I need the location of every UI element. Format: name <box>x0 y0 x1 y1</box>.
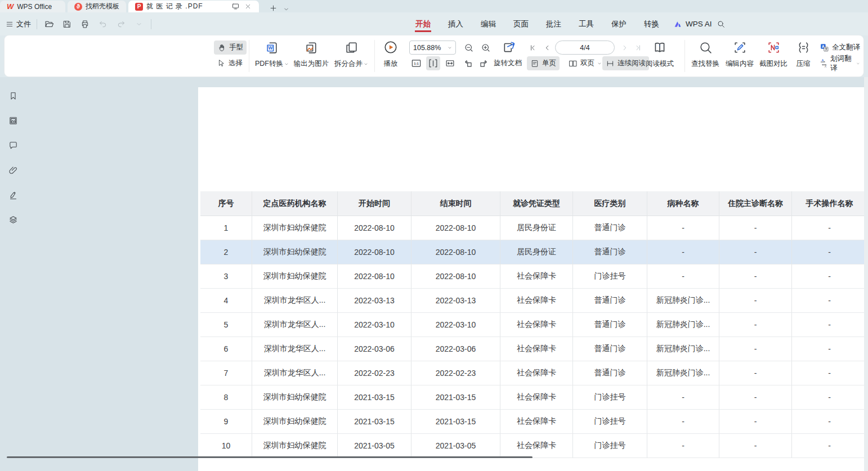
table-cell: 普通门诊 <box>573 313 647 337</box>
table-cell: 社会保障卡 <box>500 410 573 434</box>
open-file-button[interactable] <box>43 18 55 30</box>
close-tab-icon[interactable] <box>243 2 252 11</box>
table-cell: - <box>647 410 719 434</box>
fit-page-button[interactable] <box>443 56 457 70</box>
menu-edit[interactable]: 编辑 <box>480 14 496 34</box>
table-cell: 新冠肺炎门诊... <box>647 337 719 361</box>
hand-tool-button[interactable]: 手型 <box>214 41 247 55</box>
table-cell: - <box>647 385 719 410</box>
read-mode-button[interactable]: 阅读模式 <box>636 39 683 69</box>
table-cell: 深圳市妇幼保健院 <box>252 216 338 240</box>
table-cell: - <box>719 337 792 361</box>
table-cell: 9 <box>200 410 252 434</box>
menu-protect[interactable]: 保护 <box>611 14 627 34</box>
divider <box>37 19 37 29</box>
table-row: 2深圳市妇幼保健院2022-08-102022-08-10居民身份证普通门诊--… <box>200 240 865 264</box>
file-menu-button[interactable]: 文件 <box>6 19 31 29</box>
table-cell: - <box>647 434 719 458</box>
table-cell: - <box>719 361 792 385</box>
word-translate-button[interactable]: A文 划词翻译 <box>816 56 863 70</box>
vertical-scrollbar[interactable] <box>864 77 868 471</box>
first-page-button[interactable] <box>527 41 538 55</box>
pdf-page[interactable]: 序号定点医药机构名称开始时间结束时间就诊凭证类型医疗类别病种名称住院主诊断名称手… <box>198 87 865 471</box>
table-header-cell: 开始时间 <box>338 191 411 216</box>
undo-button[interactable] <box>97 18 109 30</box>
page-indicator-input[interactable]: 4/4 <box>555 41 615 55</box>
double-page-button[interactable]: 双页 <box>565 56 605 70</box>
horizontal-scrollbar[interactable] <box>7 456 533 458</box>
single-page-button[interactable]: 单页 <box>527 56 560 70</box>
table-cell: - <box>792 385 865 410</box>
left-sidebar <box>7 89 19 226</box>
rotate-left-icon <box>463 58 473 69</box>
present-to-screen-icon[interactable] <box>231 2 240 11</box>
table-cell: 2022-08-10 <box>338 264 411 289</box>
tab-docer-templates[interactable]: ϑ 找稻壳模板 <box>68 1 126 12</box>
tab-wps-office[interactable]: W WPS Office <box>0 1 65 12</box>
table-cell: 居民身份证 <box>500 240 573 264</box>
table-cell: 2021-03-05 <box>338 434 411 458</box>
table-row: 3深圳市妇幼保健院2022-08-102022-08-10社会保障卡门诊挂号--… <box>200 264 865 289</box>
zoom-out-button[interactable] <box>462 41 476 55</box>
save-button[interactable] <box>61 18 73 30</box>
medical-records-table: 序号定点医药机构名称开始时间结束时间就诊凭证类型医疗类别病种名称住院主诊断名称手… <box>200 191 865 458</box>
wps-logo-icon: W <box>7 2 14 11</box>
table-row: 9深圳市妇幼保健院2021-03-152021-03-15社会保障卡门诊挂号--… <box>200 410 865 434</box>
play-button[interactable]: 播放 <box>367 39 414 69</box>
menu-home[interactable]: 开始 <box>415 14 431 34</box>
continuous-reading-icon <box>606 59 615 68</box>
wps-ai-button[interactable]: WPS AI <box>673 12 712 35</box>
table-cell: - <box>792 337 865 361</box>
attachments-button[interactable] <box>7 164 19 176</box>
zoom-in-button[interactable] <box>478 41 493 55</box>
cursor-icon <box>217 59 226 68</box>
rotate-right-button[interactable] <box>477 56 491 70</box>
menu-comment[interactable]: 批注 <box>545 14 562 34</box>
comments-button[interactable] <box>7 139 19 151</box>
print-button[interactable] <box>79 18 91 30</box>
signature-button[interactable] <box>7 189 19 201</box>
table-header-cell: 手术操作名称 <box>792 191 865 216</box>
prev-page-button[interactable] <box>542 41 553 55</box>
table-header-cell: 定点医药机构名称 <box>252 191 338 216</box>
paperclip-icon <box>8 165 18 175</box>
table-cell: 深圳市妇幼保健院 <box>252 410 338 434</box>
select-tool-button[interactable]: 选择 <box>214 56 246 70</box>
table-cell: - <box>719 410 792 434</box>
menu-insert[interactable]: 插入 <box>448 14 464 34</box>
menu-page[interactable]: 页面 <box>513 14 529 34</box>
quick-access-chevron-icon[interactable] <box>133 18 145 30</box>
menu-convert[interactable]: 转换 <box>643 14 660 34</box>
svg-text:1:1: 1:1 <box>414 62 419 65</box>
table-cell: 7 <box>200 361 252 385</box>
image-icon <box>8 116 18 125</box>
table-cell: 深圳市龙华区人... <box>252 289 338 313</box>
table-cell: - <box>792 289 865 313</box>
rotate-left-button[interactable] <box>461 56 475 70</box>
bookmarks-button[interactable] <box>7 89 19 102</box>
next-page-button[interactable] <box>619 41 630 55</box>
rotate-document-label[interactable]: 旋转文档 <box>494 56 522 70</box>
new-tab-button[interactable] <box>267 4 280 12</box>
full-translate-button[interactable]: A 全文翻译 <box>816 41 863 55</box>
zoom-level-select[interactable]: 105.88% <box>409 41 456 55</box>
table-cell: - <box>719 434 792 458</box>
table-cell: - <box>719 264 792 289</box>
table-cell: 1 <box>200 216 252 240</box>
tab-list-chevron-icon[interactable] <box>283 6 289 12</box>
table-header-cell: 序号 <box>200 191 252 216</box>
redo-button[interactable] <box>115 18 127 30</box>
tab-document-pdf[interactable]: P 就 医 记 录 .PDF <box>128 1 259 12</box>
menu-tools[interactable]: 工具 <box>578 14 594 34</box>
search-button[interactable] <box>715 18 727 30</box>
rotate-pages-button[interactable] <box>501 39 518 55</box>
fit-width-button[interactable] <box>426 56 440 70</box>
table-cell: - <box>719 313 792 337</box>
table-cell: 社会保障卡 <box>500 264 573 289</box>
thumbnails-button[interactable] <box>7 114 19 127</box>
actual-size-button[interactable]: 1:1 <box>409 56 423 70</box>
table-cell: 社会保障卡 <box>500 361 573 385</box>
folder-open-icon <box>44 19 54 29</box>
table-row: 7深圳市龙华区人...2022-02-232022-02-23社会保障卡普通门诊… <box>200 361 865 385</box>
layers-button[interactable] <box>7 213 19 226</box>
